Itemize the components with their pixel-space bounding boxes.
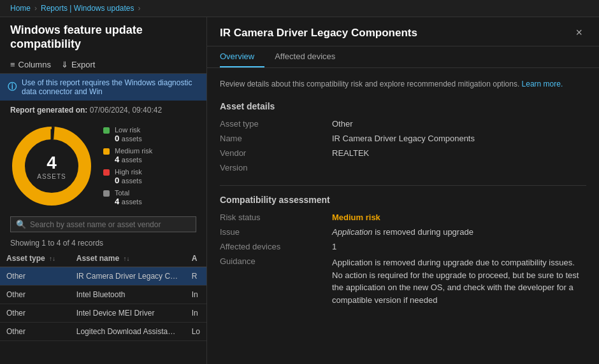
legend-high-risk: High risk 0 assets xyxy=(103,168,152,185)
cell-type: Other xyxy=(0,267,70,286)
legend-low-risk: Low risk 0 assets xyxy=(103,126,152,143)
low-risk-label: Low risk xyxy=(115,126,142,134)
export-label: Export xyxy=(71,60,96,69)
columns-label: Columns xyxy=(18,60,51,69)
page-title: Windows feature update compatibility xyxy=(10,24,196,51)
medium-risk-label: Medium risk xyxy=(115,147,152,155)
table-header-row: Asset type ↑↓ Asset name ↑↓ A xyxy=(0,250,206,267)
panel-content: Review details about this compatibility … xyxy=(207,68,599,364)
search-bar: 🔍 xyxy=(0,213,206,236)
toolbar: ≡ Columns ⇓ Export xyxy=(0,56,206,74)
high-risk-value: 0 xyxy=(115,176,119,185)
asset-details-grid: Asset type Other Name IR Camera Driver L… xyxy=(220,119,586,172)
affected-devices-label: Affected devices xyxy=(220,242,322,251)
panel-title: IR Camera Driver Legacy Components xyxy=(220,27,417,39)
chart-legend: Low risk 0 assets Medium risk 4 assets xyxy=(103,126,152,206)
main-layout: Windows feature update compatibility ≡ C… xyxy=(0,17,599,364)
donut-chart: 4 ASSETS xyxy=(10,125,93,207)
issue-label: Issue xyxy=(220,227,322,237)
records-count: Showing 1 to 4 of 4 records xyxy=(0,236,206,250)
left-panel: Windows feature update compatibility ≡ C… xyxy=(0,17,207,364)
breadcrumb: Home › Reports | Windows updates › xyxy=(0,0,599,17)
breadcrumb-home[interactable]: Home xyxy=(10,4,31,13)
legend-medium-risk: Medium risk 4 assets xyxy=(103,147,152,164)
close-button[interactable]: × xyxy=(572,25,586,41)
info-bar: ⓘ Use of this report requires the Window… xyxy=(0,74,206,101)
search-input[interactable] xyxy=(30,220,191,229)
cell-name: Intel Device MEI Driver xyxy=(70,304,185,323)
panel-header: IR Camera Driver Legacy Components × xyxy=(207,17,599,46)
tab-overview[interactable]: Overview xyxy=(220,46,264,67)
donut-center: 4 ASSETS xyxy=(37,153,66,180)
issue-value: Application is removed during upgrade xyxy=(332,227,586,237)
export-button[interactable]: ⇓ Export xyxy=(61,60,96,69)
sort-name-icon: ↑↓ xyxy=(123,255,129,262)
name-value: IR Camera Driver Legacy Components xyxy=(332,134,586,143)
info-message: Use of this report requires the Windows … xyxy=(22,78,199,96)
table-row[interactable]: Other Logitech Download Assistant - Logi… xyxy=(0,323,206,341)
info-icon: ⓘ xyxy=(8,81,17,93)
risk-status-value: Medium risk xyxy=(332,213,586,222)
sort-type-icon: ↑↓ xyxy=(49,255,55,262)
compat-title: Compatibility assessment xyxy=(220,195,586,205)
chart-total: 4 xyxy=(37,153,66,173)
cell-status: Lo xyxy=(185,323,206,341)
version-value xyxy=(332,163,586,172)
report-date-label: Report generated on: xyxy=(10,106,87,115)
col-asset-type[interactable]: Asset type ↑↓ xyxy=(0,250,70,267)
total-value: 4 xyxy=(115,197,119,206)
high-risk-label: High risk xyxy=(115,168,142,176)
medium-risk-value: 4 xyxy=(115,155,119,164)
learn-more-link[interactable]: Learn more. xyxy=(522,80,563,88)
medium-risk-dot xyxy=(103,148,110,155)
asset-type-value: Other xyxy=(332,119,586,129)
cell-status: R xyxy=(185,267,206,286)
report-date-value: 07/06/2024, 09:40:42 xyxy=(90,106,162,115)
left-header: Windows feature update compatibility xyxy=(0,17,206,56)
tab-affected-devices[interactable]: Affected devices xyxy=(275,46,345,67)
right-panel: IR Camera Driver Legacy Components × Ove… xyxy=(207,17,599,364)
col-affected[interactable]: A xyxy=(185,250,206,267)
chart-label: ASSETS xyxy=(37,173,66,180)
guidance-value: Application is removed during upgrade du… xyxy=(332,256,586,306)
affected-devices-value: 1 xyxy=(332,242,586,251)
cell-status: In xyxy=(185,286,206,304)
cell-type: Other xyxy=(0,323,70,341)
risk-status-label: Risk status xyxy=(220,213,322,222)
total-label: Total xyxy=(115,189,142,197)
asset-type-label: Asset type xyxy=(220,119,322,129)
cell-name: Intel Bluetooth xyxy=(70,286,185,304)
asset-table: Asset type ↑↓ Asset name ↑↓ A Other IR C… xyxy=(0,250,206,341)
columns-button[interactable]: ≡ Columns xyxy=(10,60,51,69)
high-risk-dot xyxy=(103,169,110,176)
asset-table-wrap: Asset type ↑↓ Asset name ↑↓ A Other IR C… xyxy=(0,250,206,364)
version-label: Version xyxy=(220,163,322,172)
columns-icon: ≡ xyxy=(10,60,15,69)
vendor-value: REALTEK xyxy=(332,148,586,158)
export-icon: ⇓ xyxy=(61,60,68,69)
compat-details-grid: Risk status Medium risk Issue Applicatio… xyxy=(220,213,586,306)
guidance-label: Guidance xyxy=(220,256,322,306)
breadcrumb-reports[interactable]: Reports | Windows updates xyxy=(41,4,134,13)
cell-name: IR Camera Driver Legacy Components xyxy=(70,267,185,286)
report-date: Report generated on: 07/06/2024, 09:40:4… xyxy=(0,101,206,120)
table-row[interactable]: Other Intel Bluetooth In xyxy=(0,286,206,304)
low-risk-dot xyxy=(103,127,110,134)
cell-status: In xyxy=(185,304,206,323)
low-risk-value: 0 xyxy=(115,134,119,143)
tab-bar: Overview Affected devices xyxy=(207,46,599,68)
cell-type: Other xyxy=(0,286,70,304)
table-row[interactable]: Other IR Camera Driver Legacy Components… xyxy=(0,267,206,286)
asset-details-title: Asset details xyxy=(220,101,586,111)
search-icon: 🔍 xyxy=(16,220,26,229)
panel-description: Review details about this compatibility … xyxy=(220,78,586,90)
vendor-label: Vendor xyxy=(220,148,322,158)
section-divider xyxy=(220,185,586,186)
legend-total: Total 4 assets xyxy=(103,189,152,206)
total-dot xyxy=(103,190,110,197)
search-wrap: 🔍 xyxy=(10,216,196,232)
table-row[interactable]: Other Intel Device MEI Driver In xyxy=(0,304,206,323)
cell-type: Other xyxy=(0,304,70,323)
chart-area: 4 ASSETS Low risk 0 assets Medium r xyxy=(0,120,206,213)
col-asset-name[interactable]: Asset name ↑↓ xyxy=(70,250,185,267)
